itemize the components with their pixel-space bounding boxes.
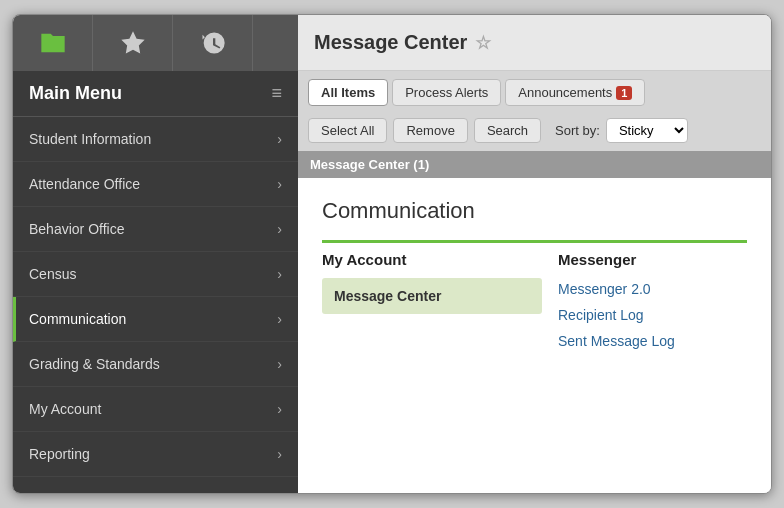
two-col-layout: My Account Message Center Messenger Mess… (322, 240, 747, 354)
chevron-icon: › (277, 131, 282, 147)
sidebar-item-attendance-office[interactable]: Attendance Office › (13, 162, 298, 207)
sidebar-header: Main Menu ≡ (13, 71, 298, 117)
search-button[interactable]: Search (474, 118, 541, 143)
chevron-icon: › (277, 311, 282, 327)
left-col-header: My Account (322, 251, 542, 268)
tab-all-items[interactable]: All Items (308, 79, 388, 106)
star-icon (119, 29, 147, 57)
sidebar-item-census[interactable]: Census › (13, 252, 298, 297)
sidebar-item-student-information[interactable]: Student Information › (13, 117, 298, 162)
sidebar-item-grading-standards[interactable]: Grading & Standards › (13, 342, 298, 387)
remove-button[interactable]: Remove (393, 118, 467, 143)
sidebar-menu-icon[interactable]: ≡ (271, 83, 282, 104)
folder-icon (39, 29, 67, 57)
tab-announcements[interactable]: Announcements 1 (505, 79, 645, 106)
folder-icon-btn[interactable] (13, 15, 93, 71)
chevron-icon: › (277, 266, 282, 282)
sent-message-log-link[interactable]: Sent Message Log (558, 328, 747, 354)
page-title-star[interactable]: ☆ (475, 32, 491, 54)
right-panel: All Items Process Alerts Announcements 1… (298, 71, 771, 493)
sidebar: Main Menu ≡ Student Information › Attend… (13, 71, 298, 493)
content-title: Communication (322, 198, 747, 224)
sidebar-item-behavior-office[interactable]: Behavior Office › (13, 207, 298, 252)
tab-process-alerts[interactable]: Process Alerts (392, 79, 501, 106)
main-layout: Main Menu ≡ Student Information › Attend… (13, 71, 771, 493)
sidebar-title: Main Menu (29, 83, 122, 104)
favorites-icon-btn[interactable] (93, 15, 173, 71)
messenger-2-link[interactable]: Messenger 2.0 (558, 276, 747, 302)
announcements-badge: 1 (616, 86, 632, 100)
sidebar-nav: Student Information › Attendance Office … (13, 117, 298, 493)
left-column: My Account Message Center (322, 240, 542, 354)
chevron-icon: › (277, 221, 282, 237)
recipient-log-link[interactable]: Recipient Log (558, 302, 747, 328)
chevron-icon: › (277, 401, 282, 417)
chevron-icon: › (277, 356, 282, 372)
right-col-header: Messenger (558, 251, 747, 268)
history-icon-btn[interactable] (173, 15, 253, 71)
action-toolbar: Select All Remove Search Sort by: Sticky… (298, 114, 771, 151)
right-column: Messenger Messenger 2.0 Recipient Log Se… (542, 240, 747, 354)
sidebar-item-communication[interactable]: Communication › (13, 297, 298, 342)
page-title-text: Message Center (314, 31, 467, 54)
tabs-toolbar: All Items Process Alerts Announcements 1 (298, 71, 771, 114)
app-container: Message Center ☆ Main Menu ≡ Student Inf… (12, 14, 772, 494)
chevron-icon: › (277, 176, 282, 192)
page-title-area: Message Center ☆ (298, 15, 771, 71)
sort-label: Sort by: (555, 123, 600, 138)
content-area: Communication My Account Message Center … (298, 178, 771, 493)
sort-select[interactable]: Sticky Date Subject (606, 118, 688, 143)
sidebar-item-my-account[interactable]: My Account › (13, 387, 298, 432)
select-all-button[interactable]: Select All (308, 118, 387, 143)
message-center-link[interactable]: Message Center (322, 278, 542, 314)
section-header: Message Center (1) (298, 151, 771, 178)
chevron-icon: › (277, 446, 282, 462)
sidebar-item-reporting[interactable]: Reporting › (13, 432, 298, 477)
history-icon (199, 29, 227, 57)
